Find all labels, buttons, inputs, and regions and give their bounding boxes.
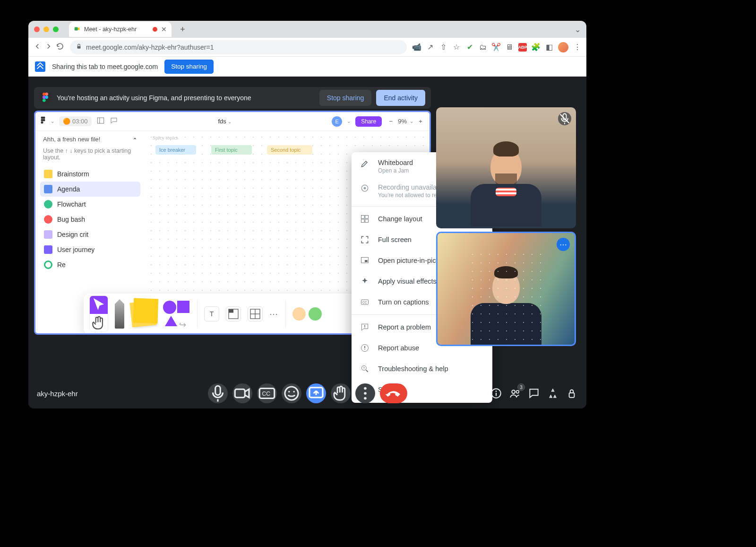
meeting-details-button[interactable] [490, 387, 502, 399]
sticky-note-tool[interactable] [129, 300, 156, 327]
pencil-tool[interactable] [115, 299, 124, 329]
host-controls-button[interactable] [566, 387, 578, 399]
tabs-dropdown-icon[interactable]: ⌄ [575, 25, 581, 34]
template-userjourney[interactable]: User journey [40, 242, 140, 257]
timer-widget[interactable]: 🟠 03:00 [59, 116, 92, 126]
template-flowchart[interactable]: Flowchart [40, 197, 140, 212]
new-tab-button[interactable]: + [175, 25, 190, 35]
menu-label: Report a problem [378, 323, 431, 331]
fullscreen-icon [360, 235, 369, 244]
forward-button[interactable] [44, 42, 53, 52]
svg-point-11 [41, 122, 43, 124]
table-tool[interactable] [248, 306, 263, 321]
toolbar-more-icon[interactable]: ⋯ [269, 309, 279, 319]
svg-point-43 [288, 391, 290, 393]
chrome-menu-icon[interactable]: ⋮ [573, 43, 582, 52]
more-options-button[interactable] [355, 383, 375, 403]
svg-point-44 [293, 391, 295, 393]
back-button[interactable] [33, 42, 42, 52]
menu-troubleshoot[interactable]: ? Troubleshooting & help [352, 358, 492, 379]
collaborator-avatar[interactable]: E [332, 116, 342, 127]
template-agenda[interactable]: Agenda [40, 182, 140, 197]
profile-avatar[interactable] [558, 42, 568, 52]
hand-tool[interactable] [90, 314, 108, 332]
flowchart-icon [44, 200, 52, 208]
reload-button[interactable] [56, 42, 64, 52]
figma-share-button[interactable]: Share [355, 116, 382, 127]
side-panel-icon[interactable]: ◧ [545, 43, 553, 52]
svg-rect-1 [77, 46, 81, 48]
zoom-in-button[interactable]: + [416, 117, 425, 126]
collab-caret-icon[interactable]: ⌄ [347, 119, 351, 124]
timer-value: 03:00 [72, 118, 88, 125]
template-designcrit[interactable]: Design crit [40, 227, 140, 242]
camera-button[interactable] [232, 383, 252, 403]
chat-button[interactable] [528, 387, 540, 399]
layout-toggle-icon[interactable] [96, 116, 105, 126]
template-brainstorm[interactable]: Brainstorm [40, 166, 140, 182]
zoom-caret-icon[interactable]: ⌄ [410, 119, 413, 124]
abp-ext-icon[interactable]: ABP [518, 43, 527, 52]
participant-tile-1[interactable] [436, 107, 576, 228]
stop-sharing-infobar-button[interactable]: Stop sharing [164, 60, 214, 74]
shapes-tool[interactable]: ↪ [162, 300, 190, 328]
doc-title-caret-icon[interactable]: ⌄ [228, 119, 232, 124]
participant-tile-2[interactable]: ⋯ [436, 232, 576, 346]
end-activity-button[interactable]: End activity [376, 90, 425, 106]
template-re[interactable]: Re [40, 257, 140, 272]
mic-button[interactable] [208, 383, 228, 403]
svg-point-48 [364, 397, 367, 400]
menu-label: Whiteboard [378, 159, 413, 166]
present-button[interactable] [306, 383, 326, 403]
ext-2-icon[interactable]: 🗂 [479, 43, 487, 52]
svg-rect-21 [361, 216, 365, 219]
meet-stage: You're hosting an activity using Figma, … [28, 77, 586, 408]
recording-indicator-icon [153, 27, 157, 32]
share-page-icon[interactable]: ⇧ [439, 43, 447, 52]
section-tool[interactable] [226, 306, 241, 321]
tile-more-icon[interactable]: ⋯ [557, 238, 570, 251]
figjam-toolbar: ↪ T ⋯ [84, 294, 366, 334]
extensions-puzzle-icon[interactable]: 🧩 [532, 43, 540, 52]
note-ice-breaker[interactable]: Ice breaker [155, 145, 196, 155]
leave-call-button[interactable] [380, 383, 407, 403]
address-bar[interactable]: meet.google.com/aky-hzpk-ehr?authuser=1 [70, 40, 407, 54]
select-tool[interactable] [90, 296, 108, 314]
template-label: Design crit [57, 231, 88, 238]
note-first-topic[interactable]: First topic [211, 145, 252, 155]
menu-label: Change layout [378, 215, 422, 223]
figma-menu-caret-icon[interactable]: ⌄ [51, 119, 54, 124]
alert-icon [360, 343, 369, 353]
text-tool[interactable]: T [204, 306, 219, 321]
bookmark-star-icon[interactable]: ☆ [452, 43, 461, 52]
comments-icon[interactable] [110, 116, 118, 126]
camera-ext-icon[interactable]: 📹 [412, 43, 421, 52]
maximize-window-btn[interactable] [53, 26, 59, 32]
activities-button[interactable] [547, 387, 559, 399]
stamps-group[interactable] [292, 307, 322, 321]
ext-3-icon[interactable]: ✂️ [492, 43, 500, 52]
reactions-button[interactable] [282, 383, 301, 403]
raise-hand-button[interactable] [331, 383, 351, 403]
collapse-hint-icon[interactable]: ⌃ [132, 137, 137, 144]
minimize-window-btn[interactable] [43, 26, 49, 32]
zoom-out-button[interactable]: − [387, 117, 395, 126]
stop-sharing-activity-button[interactable]: Stop sharing [319, 90, 372, 106]
captions-button[interactable]: CC [257, 383, 277, 403]
document-title[interactable]: fds [218, 118, 226, 125]
participants-button[interactable]: 3 [509, 387, 521, 399]
ext-1-icon[interactable]: ✔ [465, 43, 474, 52]
open-external-icon[interactable]: ↗ [426, 43, 434, 52]
close-tab-icon[interactable]: ✕ [161, 26, 167, 33]
svg-rect-0 [75, 27, 78, 30]
close-window-btn[interactable] [34, 26, 40, 32]
zoom-level[interactable]: 9% [398, 118, 407, 125]
meet-favicon-icon [74, 26, 80, 34]
designcrit-icon [44, 230, 52, 239]
browser-tab[interactable]: Meet - aky-hzpk-ehr ✕ [69, 22, 172, 37]
template-bugbash[interactable]: Bug bash [40, 212, 140, 227]
ext-4-icon[interactable]: 🖥 [505, 43, 514, 52]
note-second-topic[interactable]: Second topic [267, 145, 312, 155]
figma-menu-icon[interactable] [40, 116, 46, 126]
svg-point-47 [364, 392, 367, 395]
